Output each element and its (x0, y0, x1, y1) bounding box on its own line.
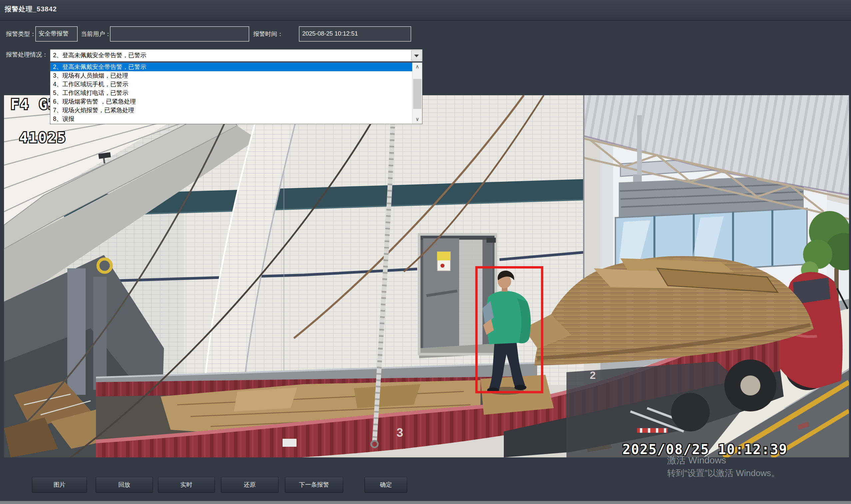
handling-selected-value: 2、登高未佩戴安全带告警，已警示 (53, 50, 409, 61)
alarm-time-field: 2025-08-25 10:12:51 (299, 26, 411, 42)
alarm-type-field: 安全带报警 (35, 26, 77, 42)
window-title: 报警处理_53842 (5, 5, 57, 14)
current-user-label: 当前用户： (81, 26, 111, 42)
picture-button[interactable]: 图片 (32, 477, 87, 493)
wall-lamp (486, 238, 496, 243)
current-user-field[interactable] (110, 26, 249, 42)
playback-button[interactable]: 回放 (95, 477, 153, 493)
camera-label-line2: 41025 (19, 129, 66, 146)
dropdown-option[interactable]: 6、现场烟雾告警 ，已紧急处理 (50, 97, 412, 106)
handling-dropdown-list[interactable]: 2、登高未佩戴安全带告警，已警示 3、现场有人员抽烟，已处理 4、工作区域玩手机… (50, 62, 422, 124)
scrollbar-thumb[interactable] (413, 79, 421, 109)
dropdown-scrollbar[interactable]: ∧ ∨ (412, 62, 422, 124)
restore-button[interactable]: 还原 (221, 477, 279, 493)
dropdown-option[interactable]: 3、现场有人员抽烟，已处理 (50, 71, 412, 80)
dropdown-option[interactable]: 7、现场火焰报警，已紧急处理 (50, 106, 412, 114)
combo-dropdown-button[interactable] (411, 50, 421, 60)
alarm-time-label: 报警时间： (253, 26, 283, 42)
handling-label: 报警处理情况： (6, 48, 48, 61)
dropdown-option[interactable]: 4、工作区域玩手机，已警示 (50, 80, 412, 89)
title-bar: 报警处理_53842 (0, 0, 851, 21)
scroll-down-icon[interactable]: ∨ (413, 115, 422, 124)
dropdown-option[interactable]: 8、误报 (50, 114, 412, 123)
realtime-button[interactable]: 实时 (158, 477, 215, 493)
chevron-down-icon (414, 55, 419, 57)
next-alarm-button[interactable]: 下一条报警 (285, 477, 343, 493)
handling-combobox[interactable]: 2、登高未佩戴安全带告警，已警示 (50, 49, 422, 61)
truck-panel-number-3: 3 (397, 426, 403, 439)
confirm-button[interactable]: 确定 (365, 477, 407, 493)
windows-activation-watermark-line2: 转到“设置”以激活 Windows。 (667, 467, 780, 479)
truck-panel-number-2: 2 (590, 369, 596, 381)
dropdown-option[interactable]: 5、工作区域打电话，已警示 (50, 89, 412, 97)
scroll-up-icon[interactable]: ∧ (413, 62, 422, 71)
cctv-scene: 3 2 F4 G30 41025 2025/08/25 10:12:39 (4, 95, 849, 457)
bottom-edge-strip (0, 501, 851, 504)
doorway (419, 234, 496, 358)
video-timestamp: 2025/08/25 10:12:39 (622, 442, 788, 457)
cctv-video-feed: 3 2 F4 G30 41025 2025/08/25 10:12:39 (4, 95, 849, 457)
alarm-type-label: 报警类型： (6, 26, 36, 42)
dropdown-option[interactable]: 2、登高未佩戴安全带告警，已警示 (50, 62, 412, 71)
